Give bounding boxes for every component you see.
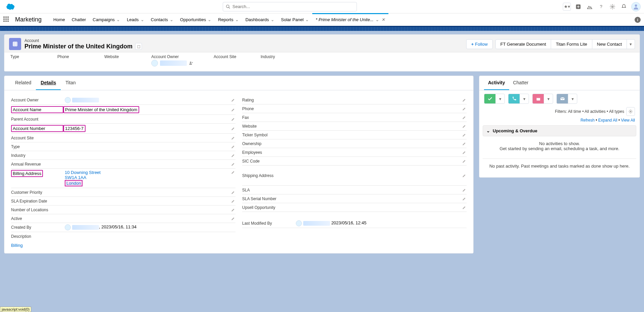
edit-pencil-icon[interactable] bbox=[231, 190, 235, 195]
address-line1[interactable]: 10 Downing Street bbox=[65, 170, 231, 175]
edit-pencil-icon[interactable] bbox=[231, 144, 235, 149]
edit-pencil-icon[interactable] bbox=[462, 205, 467, 210]
help-icon[interactable]: ? bbox=[597, 3, 605, 11]
chevron-down-icon[interactable]: ⌄ bbox=[375, 17, 379, 22]
edit-pencil-icon[interactable] bbox=[231, 107, 235, 112]
compact-site-label: Account Site bbox=[214, 54, 240, 59]
global-search[interactable]: Search... bbox=[223, 2, 357, 11]
nav-dashboards[interactable]: Dashboards⌄ bbox=[242, 13, 278, 26]
edit-pencil-icon[interactable] bbox=[462, 106, 467, 111]
edit-pencil-icon[interactable] bbox=[231, 126, 235, 131]
nav-reports[interactable]: Reports⌄ bbox=[215, 13, 242, 26]
chevron-down-icon[interactable]: ⌄ bbox=[141, 17, 144, 22]
chevron-down-icon[interactable]: ⌄ bbox=[208, 17, 211, 22]
svg-point-4 bbox=[635, 4, 637, 7]
trailhead-icon[interactable] bbox=[586, 3, 594, 11]
edit-pencil-icon[interactable] bbox=[462, 173, 467, 178]
chevron-down-icon[interactable]: ⌄ bbox=[271, 17, 274, 22]
titan-forms-button[interactable]: Titan Forms Lite bbox=[551, 39, 592, 49]
field-label-last-modified: Last Modified By bbox=[242, 221, 296, 226]
edit-pencil-icon[interactable] bbox=[231, 117, 235, 122]
setup-gear-icon[interactable] bbox=[608, 3, 616, 11]
address-city[interactable]: London bbox=[65, 180, 83, 186]
hierarchy-icon[interactable]: ⬚ bbox=[135, 43, 142, 50]
tab-details[interactable]: Details bbox=[36, 76, 61, 90]
tab-related[interactable]: Related bbox=[10, 76, 36, 90]
new-task-button[interactable] bbox=[484, 94, 495, 104]
edit-pencil-icon[interactable] bbox=[462, 141, 467, 146]
expand-all-link[interactable]: Expand All bbox=[598, 118, 618, 123]
new-contact-button[interactable]: New Contact bbox=[592, 39, 627, 49]
chevron-down-icon[interactable]: ⌄ bbox=[305, 17, 309, 22]
billing-link[interactable]: Billing bbox=[11, 243, 23, 248]
activity-settings-gear-icon[interactable] bbox=[626, 107, 635, 116]
user-avatar[interactable] bbox=[631, 2, 641, 11]
address-line2[interactable]: SW1A 1AA bbox=[65, 175, 231, 180]
chevron-down-icon[interactable]: ⌄ bbox=[235, 17, 239, 22]
follow-button[interactable]: +Follow bbox=[466, 39, 493, 49]
compact-owner-label: Account Owner bbox=[151, 54, 194, 59]
view-all-link[interactable]: View All bbox=[621, 118, 635, 123]
edit-pencil-icon[interactable] bbox=[231, 136, 235, 140]
log-call-button[interactable] bbox=[508, 94, 520, 104]
close-tab-icon[interactable]: ✕ bbox=[381, 17, 385, 22]
favorites-button[interactable]: ★▾ bbox=[563, 3, 571, 11]
notifications-bell-icon[interactable] bbox=[620, 3, 628, 11]
created-by-redacted bbox=[72, 225, 99, 230]
svg-rect-9 bbox=[16, 45, 17, 46]
edit-pencil-icon[interactable] bbox=[231, 199, 235, 204]
email-button[interactable] bbox=[556, 94, 568, 104]
email-dropdown[interactable]: ▾ bbox=[568, 94, 577, 104]
edit-pencil-icon[interactable] bbox=[462, 150, 467, 155]
new-event-dropdown[interactable]: ▾ bbox=[544, 94, 553, 104]
tab-titan[interactable]: Titan bbox=[61, 76, 80, 90]
new-task-dropdown[interactable]: ▾ bbox=[495, 94, 505, 104]
edit-pencil-icon[interactable] bbox=[231, 216, 235, 221]
tab-chatter[interactable]: Chatter bbox=[509, 76, 533, 90]
nav-campaigns[interactable]: Campaigns⌄ bbox=[89, 13, 123, 26]
change-owner-icon[interactable] bbox=[189, 61, 194, 65]
nav-contacts[interactable]: Contacts⌄ bbox=[148, 13, 177, 26]
chevron-down-icon[interactable]: ⌄ bbox=[170, 17, 173, 22]
nav-leads[interactable]: Leads⌄ bbox=[123, 13, 147, 26]
field-label-sic: SIC Code bbox=[242, 159, 296, 164]
upcoming-overdue-section[interactable]: ⌄Upcoming & Overdue bbox=[483, 125, 636, 136]
nav-chatter[interactable]: Chatter bbox=[68, 13, 90, 26]
edit-pencil-icon[interactable] bbox=[462, 98, 467, 102]
edit-pencil-icon[interactable] bbox=[231, 208, 235, 212]
edit-pencil-icon[interactable] bbox=[231, 162, 235, 167]
svg-rect-5 bbox=[13, 42, 17, 46]
app-launcher-icon[interactable] bbox=[3, 16, 10, 23]
nav-opportunities[interactable]: Opportunities⌄ bbox=[177, 13, 215, 26]
nav-solar-panel[interactable]: Solar Panel⌄ bbox=[278, 13, 312, 26]
no-past-activity-text: No past activity. Past meetings and task… bbox=[483, 159, 636, 173]
field-label-account-name: Account Name bbox=[11, 106, 63, 113]
field-label-sla: SLA bbox=[242, 188, 296, 192]
tab-activity[interactable]: Activity bbox=[484, 76, 509, 90]
refresh-link[interactable]: Refresh bbox=[581, 118, 595, 123]
edit-pencil-icon[interactable] bbox=[462, 196, 467, 201]
edit-pencil-icon[interactable] bbox=[462, 115, 467, 120]
compact-phone-label: Phone bbox=[57, 54, 84, 59]
activity-filters-text: Filters: All time • All activities • All… bbox=[555, 109, 624, 114]
edit-pencil-icon[interactable] bbox=[462, 133, 467, 137]
edit-pencil-icon[interactable] bbox=[231, 98, 235, 102]
add-button[interactable] bbox=[574, 3, 582, 11]
nav-active-tab[interactable]: * Prime Minister of the Unite...⌄✕ bbox=[312, 13, 388, 26]
chevron-down-icon[interactable]: ⌄ bbox=[116, 17, 120, 22]
edit-pencil-icon[interactable] bbox=[462, 159, 467, 164]
ft-generate-button[interactable]: FT Generate Document bbox=[495, 39, 551, 49]
log-call-dropdown[interactable]: ▾ bbox=[520, 94, 529, 104]
owner-avatar-icon bbox=[151, 60, 158, 66]
nav-home[interactable]: Home bbox=[50, 13, 68, 26]
edit-pencil-icon[interactable] bbox=[231, 153, 235, 158]
more-actions-button[interactable]: ▾ bbox=[627, 39, 635, 49]
field-label-employees: Employees bbox=[242, 150, 296, 155]
edit-pencil-icon[interactable] bbox=[462, 188, 467, 192]
new-event-button[interactable] bbox=[532, 94, 544, 104]
edit-pencil-icon[interactable] bbox=[231, 170, 235, 175]
edit-pencil-icon[interactable] bbox=[462, 124, 467, 129]
info-icon[interactable]: i bbox=[635, 17, 641, 23]
field-label-fax: Fax bbox=[242, 115, 296, 120]
field-label-website: Website bbox=[242, 124, 296, 129]
